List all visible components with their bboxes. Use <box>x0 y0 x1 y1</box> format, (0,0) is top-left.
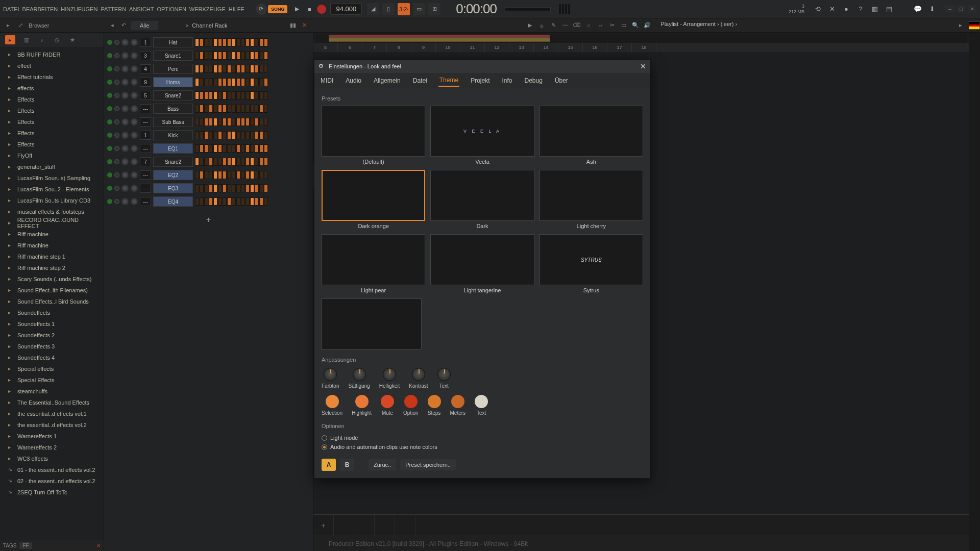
channel-enable-led[interactable] <box>107 159 112 164</box>
browser-item[interactable]: ▸LucasFilm Soun..s) Sampling <box>0 172 104 184</box>
channel-mute[interactable] <box>114 159 119 164</box>
color-swatch[interactable]: Steps <box>428 395 441 416</box>
browser-refresh-icon[interactable]: ♪ <box>38 36 46 44</box>
step-cell[interactable] <box>236 118 240 126</box>
render-icon[interactable] <box>898 4 909 14</box>
step-cell[interactable] <box>259 171 263 179</box>
step-cell[interactable] <box>255 184 259 192</box>
step-cell[interactable] <box>213 65 217 73</box>
step-cell[interactable] <box>195 131 199 139</box>
channel-mixer-num[interactable]: --- <box>140 170 151 180</box>
tab-debug[interactable]: Debug <box>524 75 544 86</box>
step-cell[interactable] <box>264 131 268 139</box>
channel-enable-led[interactable] <box>107 106 112 111</box>
main-menu[interactable]: DATEI BEARBEITEN HINZUFÜGEN PATTERN ANSI… <box>3 6 244 12</box>
preset-extra[interactable] <box>322 298 422 349</box>
step-cell[interactable] <box>241 158 245 166</box>
step-cell[interactable] <box>204 171 208 179</box>
channel-mute[interactable] <box>114 53 119 58</box>
step-cell[interactable] <box>218 52 222 60</box>
language-flag[interactable] <box>969 21 980 30</box>
browser-item[interactable]: ∿01 - the essent..nd effects vol.2 <box>0 464 104 475</box>
dialog-close-button[interactable]: ✕ <box>640 62 646 70</box>
step-cell[interactable] <box>213 91 217 99</box>
theme-preset[interactable]: Ash <box>540 106 643 165</box>
step-cell[interactable] <box>218 78 222 86</box>
step-cell[interactable] <box>241 65 245 73</box>
step-cell[interactable] <box>250 131 254 139</box>
mixer-add-icon[interactable]: + <box>313 515 334 536</box>
step-cell[interactable] <box>241 131 245 139</box>
step-cell[interactable] <box>200 144 204 153</box>
browser-item[interactable]: ▸Sound Effect..ith Filenames) <box>0 285 104 296</box>
browser-item[interactable]: ▸Effects <box>0 105 104 116</box>
step-cell[interactable] <box>236 105 240 113</box>
step-cell[interactable] <box>250 38 254 46</box>
collapse-icon[interactable]: ▸ <box>4 21 12 30</box>
theme-preset[interactable]: V E E L A Veela <box>430 106 534 165</box>
channel-mixer-num[interactable]: --- <box>140 197 151 206</box>
select-icon[interactable]: ▭ <box>619 21 628 30</box>
theme-preset[interactable]: Dark orange <box>322 170 425 229</box>
browser-item[interactable]: ▸Riff machine step 2 <box>0 262 104 273</box>
menu-hilfe[interactable]: HILFE <box>229 6 244 12</box>
browser-item[interactable]: ▸Effects <box>0 116 104 128</box>
channel-vol-knob[interactable] <box>131 145 138 152</box>
channel-vol-knob[interactable] <box>131 118 138 126</box>
menu-pattern[interactable]: PATTERN <box>101 6 126 12</box>
step-cell[interactable] <box>264 105 268 113</box>
channel-vol-knob[interactable] <box>131 185 138 192</box>
step-cell[interactable] <box>255 91 259 99</box>
step-cell[interactable] <box>223 184 227 192</box>
browser-item[interactable]: ▸Riff machine <box>0 240 104 251</box>
menu-werkzeuge[interactable]: WERKZEUGE <box>189 6 226 12</box>
theme-preset[interactable]: (Default) <box>322 106 425 165</box>
step-cell[interactable] <box>218 105 222 113</box>
step-cell[interactable] <box>241 171 245 179</box>
step-cell[interactable] <box>255 105 259 113</box>
channel-mixer-num[interactable]: 1 <box>140 38 151 47</box>
channel-mute[interactable] <box>114 93 119 98</box>
channel-vol-knob[interactable] <box>131 132 138 139</box>
hint-icon[interactable]: ⟳ <box>256 4 267 15</box>
step-cell[interactable] <box>223 78 227 86</box>
step-cell[interactable] <box>246 38 250 46</box>
step-cell[interactable] <box>250 197 254 206</box>
step-cell[interactable] <box>223 131 227 139</box>
step-cell[interactable] <box>250 91 254 99</box>
step-cell[interactable] <box>195 91 199 99</box>
step-cell[interactable] <box>241 105 245 113</box>
step-cell[interactable] <box>227 118 231 126</box>
step-cell[interactable] <box>200 38 204 46</box>
adjust-knob[interactable]: Kontrast <box>409 368 428 389</box>
step-cell[interactable] <box>227 105 231 113</box>
channel-enable-led[interactable] <box>107 80 112 85</box>
step-cell[interactable] <box>241 144 245 153</box>
step-cell[interactable] <box>200 184 204 192</box>
channel-mixer-num[interactable]: 5 <box>140 91 151 100</box>
step-cell[interactable] <box>200 78 204 86</box>
step-cell[interactable] <box>195 52 199 60</box>
channel-mute[interactable] <box>114 146 119 151</box>
step-cell[interactable] <box>200 52 204 60</box>
ruler-tick[interactable]: 16 <box>583 43 607 52</box>
adjust-knob[interactable]: Sättigung <box>348 368 370 389</box>
step-cell[interactable] <box>209 144 213 153</box>
countdown-icon[interactable]: 3·2· <box>398 3 410 15</box>
channel-vol-knob[interactable] <box>131 92 138 99</box>
browser-item[interactable]: ▸RECORD CRAC..OUND EFFECT <box>0 217 104 229</box>
ruler-tick[interactable]: 15 <box>558 43 583 52</box>
step-cell[interactable] <box>236 144 240 153</box>
channel-pan-knob[interactable] <box>121 79 129 86</box>
window-max[interactable]: □ <box>957 5 966 13</box>
step-cell[interactable] <box>246 105 250 113</box>
channel-name[interactable]: EQ3 <box>153 183 193 193</box>
step-cell[interactable] <box>195 118 199 126</box>
undo-icon[interactable]: ↶ <box>119 21 128 30</box>
step-cell[interactable] <box>246 118 250 126</box>
step-cell[interactable] <box>232 52 236 60</box>
channel-pan-knob[interactable] <box>121 65 129 72</box>
step-cell[interactable] <box>241 184 245 192</box>
browser-item[interactable]: ▸LucasFilm Sou..2 - Elements <box>0 184 104 195</box>
step-cell[interactable] <box>246 78 250 86</box>
